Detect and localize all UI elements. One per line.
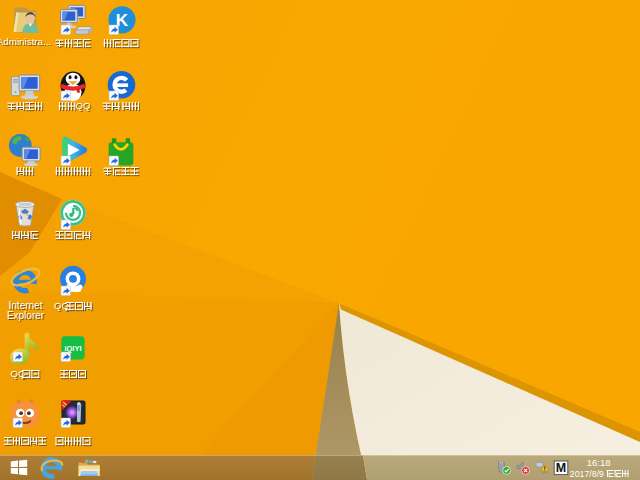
svg-text:2017/8/9: 2017/8/9 [570, 469, 604, 479]
svg-text:QQ: QQ [76, 100, 91, 111]
svg-text:Explorer: Explorer [7, 310, 45, 321]
svg-text:M: M [556, 461, 566, 475]
svg-text:Administra...: Administra... [0, 36, 51, 47]
svg-text:iQIYI: iQIYI [64, 344, 81, 353]
svg-text:16:18: 16:18 [587, 457, 611, 468]
